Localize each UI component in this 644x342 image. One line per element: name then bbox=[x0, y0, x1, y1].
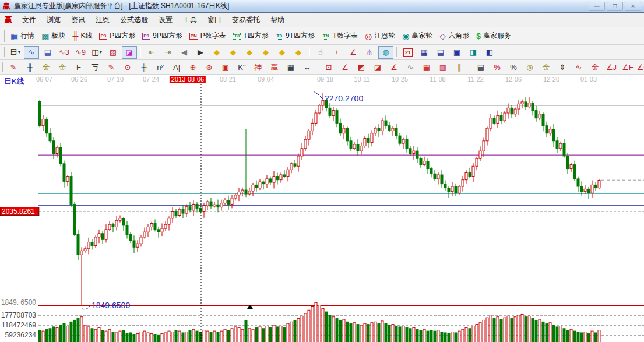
toolbar-button-t-number-table[interactable]: TNT数字表 bbox=[322, 31, 358, 41]
win-logo-tool-button[interactable]: 赢 bbox=[267, 61, 282, 73]
comb-2-button[interactable]: ╫ bbox=[136, 61, 152, 73]
toolbar-button-winner-wheel[interactable]: ◉赢家轮 bbox=[402, 31, 432, 41]
toolbar-button-quotes[interactable]: ▦行情 bbox=[10, 31, 34, 41]
kline-chart-canvas[interactable]: 2270.27001849.65001849. 6500177708703118… bbox=[0, 84, 644, 342]
toolbar-button-sectors[interactable]: ▩板块 bbox=[41, 31, 65, 41]
skip-last-button[interactable]: ⇥ bbox=[160, 46, 175, 59]
date-tick-selected[interactable]: 2013-08-06 bbox=[170, 76, 206, 83]
save-button[interactable]: ▣ bbox=[449, 46, 464, 59]
minimize-button[interactable]: — bbox=[589, 2, 605, 11]
gold-levels-button[interactable]: 金 bbox=[539, 61, 554, 73]
pattern-mark-button[interactable]: ▨ bbox=[105, 46, 121, 59]
menu-item[interactable]: 交易委托 bbox=[227, 14, 265, 26]
vertical-pen-button[interactable]: ⇕ bbox=[555, 61, 570, 73]
date-tick[interactable]: 09-18 bbox=[317, 76, 333, 83]
candle-style-button[interactable]: 日▾ bbox=[8, 46, 23, 59]
zoom-both-button[interactable]: ◆ bbox=[242, 46, 257, 59]
brush-tool-button[interactable]: ✎ bbox=[6, 61, 21, 73]
menu-item[interactable]: 江恩 bbox=[90, 14, 115, 26]
net-sync-button[interactable]: ◨ bbox=[466, 46, 481, 59]
shen-tool-button[interactable]: 神 bbox=[251, 61, 266, 73]
menu-item[interactable]: 帮助 bbox=[265, 14, 290, 26]
angle-f-button[interactable]: ∠F bbox=[620, 61, 635, 73]
menu-item[interactable]: 工具 bbox=[178, 14, 202, 26]
date-tick[interactable]: 01-03 bbox=[580, 76, 597, 83]
system-export-button[interactable]: ◧ bbox=[482, 46, 497, 59]
candle-width-button[interactable]: ◫▾ bbox=[89, 46, 104, 59]
candle-style-dropdown-arrow[interactable]: ▾ bbox=[18, 50, 20, 55]
expand-right-button[interactable]: ◆ bbox=[275, 46, 290, 59]
mdi-child-icon[interactable]: 赢 bbox=[5, 15, 12, 25]
wave-3-button[interactable]: ∿3 bbox=[57, 46, 72, 59]
page-prev-button[interactable]: ◀ bbox=[177, 46, 192, 59]
shade-fan-1-button[interactable]: ◩ bbox=[354, 61, 369, 73]
menu-item[interactable]: 公式选股 bbox=[115, 14, 153, 26]
box-drag-button[interactable]: ⊡ bbox=[321, 61, 336, 73]
ray-fan-button[interactable]: ∠ bbox=[337, 61, 353, 73]
boxed-star-button[interactable]: ▣ bbox=[218, 61, 233, 73]
delete-line-tool-button[interactable]: ∠ bbox=[346, 46, 361, 59]
toolbar-button-t-square[interactable]: T3T四方形 bbox=[233, 31, 269, 41]
grid-comb-button[interactable]: ╫ bbox=[22, 61, 37, 73]
date-tick[interactable]: 08-21 bbox=[220, 76, 236, 83]
toolbar-button-9t-square[interactable]: T99T四方形 bbox=[276, 31, 315, 41]
zoom-left-button[interactable]: ◆ bbox=[209, 46, 224, 59]
angle-j-button[interactable]: ∠J bbox=[604, 61, 619, 73]
close-button[interactable]: ✕ bbox=[625, 2, 641, 11]
starburst-button[interactable]: ⊛ bbox=[202, 61, 217, 73]
target-circle-button[interactable]: ⊕ bbox=[185, 61, 200, 73]
date-tick[interactable]: 10-25 bbox=[392, 76, 408, 83]
gann-shape-tool-button[interactable]: ⋔ bbox=[362, 46, 377, 59]
date-tick[interactable]: 07-24 bbox=[143, 76, 159, 83]
toolbar-button-p-number-table[interactable]: PNP数字表 bbox=[189, 31, 226, 41]
zigzag-overlay-button[interactable]: ∿ bbox=[24, 46, 39, 59]
percent-slash-button[interactable]: % bbox=[490, 61, 505, 73]
red-grid-drop-button[interactable]: ▥ bbox=[435, 61, 451, 73]
chart-area[interactable]: 2270.27001849.65001849. 6500177708703118… bbox=[0, 84, 644, 342]
red-brush-button[interactable]: ✎ bbox=[104, 61, 119, 73]
maximize-button[interactable]: ❐ bbox=[607, 2, 623, 11]
date-tick[interactable]: 06-07 bbox=[36, 76, 52, 83]
info-panel-button[interactable]: ▤ bbox=[40, 46, 55, 59]
date-tick[interactable]: 09-04 bbox=[258, 76, 274, 83]
toolbar-button-gann-wheel[interactable]: ◎江恩轮 bbox=[365, 31, 395, 41]
f-grid-button[interactable]: F bbox=[71, 61, 86, 73]
gold-square-2-button[interactable]: 金 bbox=[55, 61, 70, 73]
grid-123-button[interactable]: ▦ bbox=[283, 61, 298, 73]
menu-item[interactable]: 资讯 bbox=[66, 14, 90, 26]
skip-first-button[interactable]: ⇤ bbox=[144, 46, 159, 59]
menu-item[interactable]: 设置 bbox=[153, 14, 178, 26]
candle-width-dropdown-arrow[interactable]: ▾ bbox=[100, 50, 102, 55]
red-grid-button[interactable]: ▦ bbox=[419, 61, 434, 73]
crosshair-tool-button[interactable]: + bbox=[329, 46, 344, 59]
date-tick[interactable]: 12-20 bbox=[543, 76, 559, 83]
shade-fan-2-button[interactable]: ◪ bbox=[370, 61, 385, 73]
menu-item[interactable]: 文件 bbox=[17, 14, 41, 26]
expand-left-button[interactable]: ◆ bbox=[258, 46, 273, 59]
parallel-lines-button[interactable]: ∥ bbox=[452, 61, 467, 73]
expand-both-button[interactable]: ◆ bbox=[291, 46, 306, 59]
percent-table-button[interactable]: ▤ bbox=[473, 61, 488, 73]
a-line-button[interactable]: A| bbox=[169, 61, 184, 73]
menu-item[interactable]: 浏览 bbox=[41, 14, 66, 26]
gold-underline-button[interactable]: 金 bbox=[587, 61, 603, 73]
wave-9-button[interactable]: ∿9 bbox=[73, 46, 88, 59]
report-button[interactable]: ▤ bbox=[433, 46, 448, 59]
n-squared-button[interactable]: n² bbox=[153, 61, 168, 73]
date-tick[interactable]: 11-22 bbox=[467, 76, 483, 83]
smart-analysis-button[interactable]: ◍ bbox=[378, 46, 393, 59]
k-quote-button[interactable]: K" bbox=[234, 61, 249, 73]
clock-24-button[interactable]: ⊙ bbox=[120, 61, 135, 73]
zoom-right-button[interactable]: ◆ bbox=[226, 46, 241, 59]
percent-plain-button[interactable]: % bbox=[506, 61, 521, 73]
date-tick[interactable]: 10-11 bbox=[354, 76, 369, 83]
color-chart-button[interactable]: ◪ bbox=[122, 46, 137, 59]
calendar-button[interactable]: 21 bbox=[400, 46, 416, 59]
gold-square-1-button[interactable]: 金 bbox=[38, 61, 54, 73]
date-tick[interactable]: 07-10 bbox=[107, 76, 124, 83]
measure-width-button[interactable]: ↔ bbox=[300, 61, 315, 73]
toolbar-button-hexagon[interactable]: ◇六角形 bbox=[439, 31, 469, 41]
page-next-button[interactable]: ▶ bbox=[193, 46, 208, 59]
angle-lines-button[interactable]: ∡ bbox=[386, 61, 402, 73]
calculator-button[interactable]: ▦ bbox=[417, 46, 432, 59]
